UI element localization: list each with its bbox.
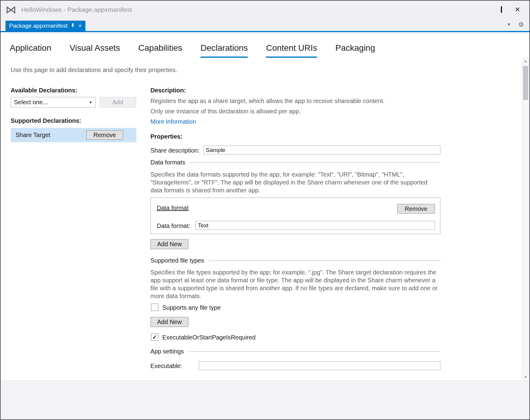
section-divider [189, 162, 440, 163]
tab-declarations[interactable]: Declarations [201, 43, 248, 58]
share-description-label: Share description: [150, 147, 199, 154]
remove-declaration-button[interactable]: Remove [86, 130, 123, 140]
add-new-file-type-button[interactable]: Add New [150, 317, 188, 327]
description-text-1: Registers the app as a share target, whi… [150, 98, 384, 105]
share-description-input[interactable] [203, 146, 440, 154]
close-window-button[interactable]: ✕ [515, 6, 520, 13]
add-new-data-format-button[interactable]: Add New [150, 239, 188, 249]
tab-visual-assets[interactable]: Visual Assets [70, 43, 120, 58]
document-tab-strip: Package.appxmanifest ✕ ▼ ⚙ [1, 19, 529, 31]
document-tab-package-appxmanifest[interactable]: Package.appxmanifest ✕ [5, 21, 85, 31]
supported-declaration-row-share-target[interactable]: Share Target Remove [11, 128, 136, 142]
data-formats-heading: Data formats [150, 159, 185, 166]
tab-content-uris[interactable]: Content URIs [266, 43, 317, 58]
tab-application[interactable]: Application [10, 43, 51, 58]
maximize-icon [501, 6, 502, 13]
executable-required-checkbox[interactable]: ✓ [151, 333, 158, 341]
supported-declarations-label: Supported Declarations: [11, 117, 81, 124]
add-declaration-button[interactable]: Add [99, 97, 136, 108]
active-tab-accent-bar [1, 31, 529, 32]
pin-icon[interactable] [71, 22, 75, 29]
document-tab-label: Package.appxmanifest [9, 22, 67, 29]
editor-bottom-strip [1, 380, 529, 419]
data-format-column-header: Data format [157, 205, 188, 212]
scroll-down-icon[interactable]: ▼ [522, 375, 529, 379]
app-settings-section-header: App settings [150, 348, 440, 355]
data-format-group-box: Data format Remove Data format: [150, 198, 440, 234]
titlebar: ⋈ HelloWindows - Package.appxmanifest ✕ [1, 1, 529, 19]
description-heading: Description: [150, 87, 186, 94]
window-title: HelloWindows - Package.appxmanifest [21, 6, 132, 13]
tab-packaging[interactable]: Packaging [335, 43, 375, 58]
visual-studio-logo-icon: ⋈ [5, 4, 16, 15]
executable-field-label: Executable: [150, 363, 182, 370]
tab-capabilities[interactable]: Capabilities [138, 43, 182, 58]
maximize-button[interactable] [501, 7, 502, 12]
remove-data-format-button[interactable]: Remove [397, 204, 435, 214]
data-formats-description: Specifies the data formats supported by … [150, 170, 440, 194]
app-settings-heading: App settings [150, 348, 184, 355]
more-information-link[interactable]: More information [150, 118, 196, 125]
page-intro-text: Use this page to add declarations and sp… [11, 67, 177, 74]
gear-icon[interactable]: ⚙ [518, 21, 524, 28]
tab-close-icon[interactable]: ✕ [78, 24, 82, 28]
section-divider [188, 351, 440, 352]
window-controls: ✕ [488, 6, 525, 13]
supports-any-file-type-checkbox[interactable] [151, 304, 158, 311]
executable-required-label: ExecutableOrStartPageIsRequired [162, 334, 256, 341]
chevron-down-icon: ▼ [89, 100, 92, 105]
supported-file-types-description: Specifies the file types supported by th… [150, 268, 441, 300]
check-icon: ✓ [152, 334, 157, 340]
supported-file-types-heading: Supported file types [150, 257, 204, 264]
scrollbar-thumb[interactable] [523, 66, 528, 100]
data-format-field-label: Data format: [157, 222, 190, 229]
executable-input[interactable] [199, 361, 440, 370]
supports-any-file-type-label: Supports any file type [162, 304, 221, 311]
manifest-nav-tabs: Application Visual Assets Capabilities D… [10, 43, 375, 58]
declaration-select-combobox[interactable]: Select one... ▼ [11, 97, 96, 108]
supported-file-types-section-header: Supported file types [150, 257, 440, 264]
section-divider [208, 260, 440, 261]
vs-window: ⋈ HelloWindows - Package.appxmanifest ✕ … [0, 0, 530, 420]
declaration-select-value: Select one... [14, 99, 48, 106]
scroll-up-icon[interactable]: ▲ [522, 59, 529, 63]
properties-heading: Properties: [150, 133, 183, 140]
active-files-dropdown-icon[interactable]: ▼ [507, 22, 511, 27]
description-text-2: Only one instance of this declaration is… [150, 108, 301, 115]
declaration-name: Share Target [15, 132, 50, 139]
data-format-input[interactable] [195, 221, 435, 230]
data-formats-section-header: Data formats [150, 159, 440, 166]
available-declarations-label: Available Declarations: [11, 87, 77, 94]
vertical-scrollbar: ▲ ▼ [521, 58, 529, 380]
